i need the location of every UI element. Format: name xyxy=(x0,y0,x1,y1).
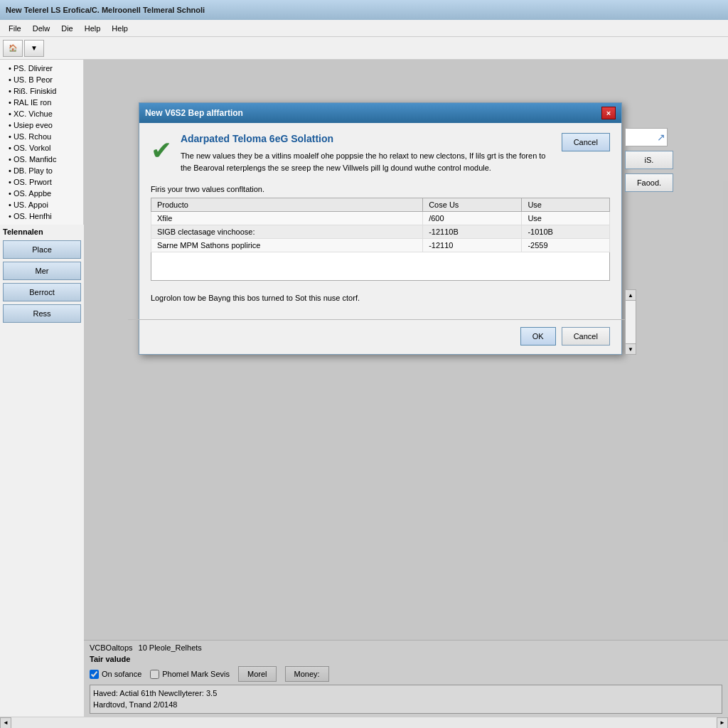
sidebar-item-10[interactable]: OS. Prwort xyxy=(0,176,83,188)
sidebar: PS. Dlivirer US. B Peor Riß. Finiskid RA… xyxy=(0,60,84,225)
modal-text-area: Adarpated Teloma 6eG Solattion The new v… xyxy=(181,133,553,182)
app-title: New Telerel LS Erofica/C. Melroonell Tel… xyxy=(6,6,205,14)
scroll-up-btn[interactable]: ▲ xyxy=(625,289,636,301)
ok-button[interactable]: OK xyxy=(520,327,556,346)
toolbar: 🏠 ▼ xyxy=(0,37,728,60)
toolbar-btn-2[interactable]: ▼ xyxy=(24,40,44,57)
cell-2-0: Sarne MPM Sathons poplirice xyxy=(151,239,422,252)
sidebar-item-12[interactable]: US. Appoi xyxy=(0,199,83,210)
sidebar-item-5[interactable]: Usiep eveo xyxy=(0,119,83,131)
sidebar-btn-ress[interactable]: Ress xyxy=(3,304,81,323)
cancel-bottom-button[interactable]: Cancel xyxy=(562,327,610,346)
col-header-cose: Cose Us xyxy=(423,198,522,212)
sidebar-item-8[interactable]: OS. Manfidc xyxy=(0,154,83,165)
modal-input-arrow[interactable]: ↗ xyxy=(657,132,665,143)
cell-0-1: /600 xyxy=(423,212,522,225)
sidebar-btn-mer[interactable]: Mer xyxy=(3,262,81,280)
app-window: New Telerel LS Erofica/C. Melroonell Tel… xyxy=(0,0,728,728)
menu-delw[interactable]: Delw xyxy=(27,23,55,34)
menu-die[interactable]: Die xyxy=(55,23,79,34)
scroll-down-btn[interactable]: ▼ xyxy=(625,343,636,355)
scroll-right-btn[interactable]: ► xyxy=(717,717,728,729)
modal-title-bar: New V6S2 Bep alffartion × xyxy=(139,103,621,123)
main-area: PS. Dlivirer US. B Peor Riß. Finiskid RA… xyxy=(0,60,728,717)
cell-0-0: Xfile xyxy=(151,212,422,225)
menu-file[interactable]: File xyxy=(3,23,27,34)
check-icon: ✔ xyxy=(151,136,172,182)
modal-section-intro: Firis your trwo values confltation. xyxy=(151,185,610,193)
sidebar-item-1[interactable]: US. B Peor xyxy=(0,74,83,85)
sidebar-item-9[interactable]: DB. Play to xyxy=(0,165,83,176)
col-header-producto: Producto xyxy=(151,198,422,212)
sidebar-item-2[interactable]: Riß. Finiskid xyxy=(0,85,83,97)
sidebar-item-4[interactable]: XC. Vichue xyxy=(0,108,83,119)
modal-description: The new values they be a vitlins moalelf… xyxy=(181,150,553,173)
modal-body-top: ✔ Adarpated Teloma 6eG Solattion The new… xyxy=(139,123,621,182)
left-panel: PS. Dlivirer US. B Peor Riß. Finiskid RA… xyxy=(0,60,84,717)
cell-0-2: Use xyxy=(522,212,609,225)
cell-2-2: -2559 xyxy=(522,239,609,252)
horizontal-scrollbar[interactable]: ◄ ► xyxy=(0,717,728,728)
sidebar-item-6[interactable]: US. Rchou xyxy=(0,131,83,142)
sidebar-item-3[interactable]: RAL IE ron xyxy=(0,97,83,108)
scroll-track xyxy=(625,301,636,343)
modal-heading: Adarpated Teloma 6eG Solattion xyxy=(181,133,553,144)
toolbar-btn-1[interactable]: 🏠 xyxy=(3,40,23,57)
sidebar-item-13[interactable]: OS. Henfhi xyxy=(0,210,83,222)
table-row-1: SIGB clectasage vinchoose: -12110B -1010… xyxy=(151,225,609,239)
scroll-controls: ▲ ▼ xyxy=(625,289,673,355)
title-bar: New Telerel LS Erofica/C. Melroonell Tel… xyxy=(0,0,728,20)
modal-input-box[interactable]: ↗ xyxy=(625,128,668,146)
is-button[interactable]: iS. xyxy=(625,151,673,169)
modal-top-right-buttons: Cancel xyxy=(562,133,610,182)
modal-footer-note-area: Logrolon tow be Bayng this bos turned to… xyxy=(139,281,621,319)
sidebar-button-area: Place Mer Berroct Ress xyxy=(0,237,84,328)
table-row-0: Xfile /600 Use xyxy=(151,212,609,225)
sidebar-item-11[interactable]: OS. Appbe xyxy=(0,188,83,199)
modal-table: Producto Cose Us Use Xfile /600 xyxy=(151,198,610,252)
modal-close-button[interactable]: × xyxy=(601,107,616,119)
scroll-track-h xyxy=(11,717,717,728)
content-area: VCBOaltops 10 Pleole_Relhets Tair valude… xyxy=(84,60,728,717)
sidebar-btn-place[interactable]: Place xyxy=(3,240,81,259)
modal-title: New V6S2 Bep alffartion xyxy=(145,108,243,118)
cell-1-2: -1010B xyxy=(522,225,609,239)
sidebar-btn-berroct[interactable]: Berroct xyxy=(3,283,81,301)
modal-table-section: Firis your trwo values confltation. Prod… xyxy=(139,182,621,281)
modal-dialog: New V6S2 Bep alffartion × ✔ Adarpated Te… xyxy=(139,102,622,355)
modal-footer-buttons: OK Cancel xyxy=(139,320,621,354)
table-row-2: Sarne MPM Sathons poplirice -12110 -2559 xyxy=(151,239,609,252)
sidebar-section-label: Telennalen xyxy=(0,225,84,237)
col-header-use: Use xyxy=(522,198,609,212)
cell-2-1: -12110 xyxy=(423,239,522,252)
table-empty-space xyxy=(151,252,610,281)
menu-bar: File Delw Die Help Help xyxy=(0,20,728,37)
sidebar-item-7[interactable]: OS. Vorkol xyxy=(0,142,83,154)
cell-1-0: SIGB clectasage vinchoose: xyxy=(151,225,422,239)
modal-right-panel: ↗ iS. Faood. ▲ ▼ xyxy=(625,102,673,355)
scroll-left-btn[interactable]: ◄ xyxy=(0,717,11,729)
menu-help1[interactable]: Help xyxy=(79,23,107,34)
sidebar-item-0[interactable]: PS. Dlivirer xyxy=(0,63,83,74)
cell-1-1: -12110B xyxy=(423,225,522,239)
faood-button[interactable]: Faood. xyxy=(625,173,673,192)
modal-overlay: New V6S2 Bep alffartion × ✔ Adarpated Te… xyxy=(84,60,728,717)
cancel-top-button[interactable]: Cancel xyxy=(562,133,610,151)
menu-help2[interactable]: Help xyxy=(106,23,134,34)
modal-footer-note: Logrolon tow be Bayng this bos turned to… xyxy=(151,294,610,302)
